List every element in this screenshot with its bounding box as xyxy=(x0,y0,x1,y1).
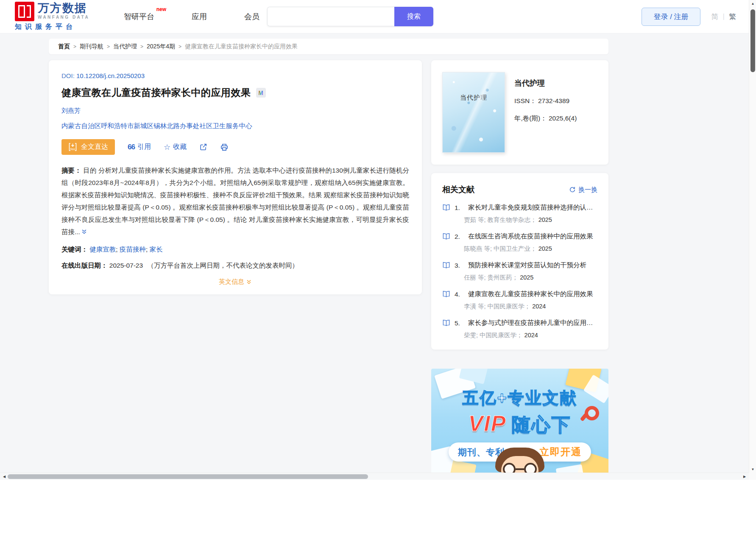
related-item-meta: 陈晓燕 等; 中国卫生产业； 2025 xyxy=(464,245,597,253)
related-item-title[interactable]: 预防接种家长课堂对疫苗认知的干预分析 xyxy=(468,261,586,270)
refresh-icon xyxy=(569,186,576,193)
star-icon: ☆ xyxy=(164,143,170,151)
related-item-authors: 陈晓燕 等; xyxy=(464,245,492,252)
lang-simplified[interactable]: 简 xyxy=(711,12,719,22)
login-register-button[interactable]: 登录 / 注册 xyxy=(642,8,700,26)
related-item-title[interactable]: 健康宣教在儿童疫苗接种家长中的应用效果 xyxy=(468,290,593,299)
main-nav: 智研平台 new 应用 会员 xyxy=(124,11,259,22)
article-actions: free 全文直达 66 引用 ☆ 收藏 xyxy=(61,139,409,155)
site-header: 万方数据 WANFANG DATA 知识服务平台 智研平台 new 应用 会员 … xyxy=(0,0,749,34)
related-item-meta: 李潢 等; 中国民康医学； 2024 xyxy=(464,302,597,311)
doi-row: DOI: 10.12208/j.cn.20250203 xyxy=(61,72,409,79)
related-item-number: 5. xyxy=(455,319,464,327)
journal-cover-image[interactable]: 当代护理 xyxy=(442,72,505,153)
keyword-link[interactable]: 疫苗接种 xyxy=(120,246,146,253)
nav-item-zhiyan[interactable]: 智研平台 new xyxy=(124,11,154,22)
breadcrumb-issue[interactable]: 2025年4期 xyxy=(147,43,175,50)
related-item-title[interactable]: 家长对儿童非免疫规划疫苗接种选择的认知... xyxy=(468,203,597,212)
favorite-button[interactable]: ☆ 收藏 xyxy=(164,143,187,151)
keyword-link[interactable]: 家长 xyxy=(150,246,163,253)
svg-text:free: free xyxy=(70,148,75,151)
banner-subline: 随心下 xyxy=(511,414,571,435)
scroll-down-arrow[interactable]: ▼ xyxy=(749,466,756,473)
author-link[interactable]: 刘燕芳 xyxy=(61,107,81,114)
related-item: 5. 家长参与式护理在疫苗接种儿童中的应用效果 柴雯; 中国民康医学； 2024 xyxy=(442,319,597,339)
lang-divider: | xyxy=(723,12,725,21)
issn-label: ISSN： xyxy=(514,97,536,104)
related-item-number: 3. xyxy=(455,262,464,269)
refresh-related-button[interactable]: 换一换 xyxy=(569,186,597,194)
wanfang-logo-icon xyxy=(15,2,34,21)
book-icon xyxy=(442,290,450,298)
print-button[interactable] xyxy=(220,143,229,151)
journal-issn-row: ISSN： 2732-4389 xyxy=(514,97,577,106)
book-icon xyxy=(442,319,450,327)
related-item-meta: 贾茹 等; 教育生物学杂志； 2025 xyxy=(464,216,597,224)
journal-name[interactable]: 当代护理 xyxy=(514,78,577,88)
lang-traditional[interactable]: 繁 xyxy=(729,12,736,22)
scroll-right-arrow[interactable]: ▶ xyxy=(741,473,748,480)
cite-button[interactable]: 66 引用 xyxy=(128,143,151,151)
breadcrumb-journal[interactable]: 当代护理 xyxy=(113,43,137,50)
related-item-number: 2. xyxy=(455,233,464,241)
related-item-source: 中国卫生产业； xyxy=(494,245,537,252)
nav-item-apps[interactable]: 应用 xyxy=(192,11,207,22)
nav-item-member[interactable]: 会员 xyxy=(244,11,259,22)
double-chevron-down-icon xyxy=(246,279,252,285)
related-item-meta: 柴雯; 中国民康医学； 2024 xyxy=(464,331,597,339)
breadcrumb-separator: > xyxy=(179,44,181,50)
keyword-link[interactable]: 健康宣教 xyxy=(89,246,116,253)
related-item-title[interactable]: 在线医生咨询系统在疫苗接种中的应用效果 xyxy=(468,232,593,241)
language-switch: 简 | 繁 xyxy=(711,12,736,22)
affiliation-link[interactable]: 内蒙古自治区呼和浩特市新城区锡林北路办事处社区卫生服务中心 xyxy=(61,122,409,131)
vip-promo-banner[interactable]: 五亿+专业文献 VIP随心下 期刊、专利、学位 立即开通 xyxy=(431,369,608,473)
vertical-scrollbar-thumb[interactable] xyxy=(750,9,755,72)
breadcrumb-home[interactable]: 首页 xyxy=(58,43,70,50)
abstract-text: 目的 分析对儿童疫苗接种家长实施健康宣教的作用。方法 选取本中心进行疫苗接种的1… xyxy=(61,167,409,235)
related-title: 相关文献 xyxy=(442,184,474,195)
scrollbar-corner xyxy=(749,473,756,480)
volume-label: 年,卷(期)： xyxy=(514,115,547,122)
related-item-authors: 李潢 等; xyxy=(464,303,486,310)
related-item-authors: 任丽 等; xyxy=(464,274,486,281)
scroll-left-arrow[interactable]: ◀ xyxy=(1,473,8,480)
book-icon xyxy=(442,261,450,269)
abstract-paragraph: 摘要： 目的 分析对儿童疫苗接种家长实施健康宣教的作用。方法 选取本中心进行疫苗… xyxy=(61,164,409,239)
brand-name-en: WANFANG DATA xyxy=(38,15,89,20)
issn-value: 2732-4389 xyxy=(538,97,569,104)
scroll-up-arrow[interactable]: ▲ xyxy=(749,0,756,7)
journal-volume-row: 年,卷(期)： 2025,6(4) xyxy=(514,114,577,123)
search-input[interactable] xyxy=(267,7,394,26)
volume-value: 2025,6(4) xyxy=(549,115,577,122)
breadcrumb-separator: > xyxy=(140,44,143,50)
breadcrumb-journal-nav[interactable]: 期刊导航 xyxy=(80,43,103,50)
horizontal-scrollbar[interactable]: ◀ ▶ xyxy=(0,473,749,480)
fulltext-button[interactable]: free 全文直达 xyxy=(61,139,115,155)
expand-abstract-button[interactable] xyxy=(81,227,87,239)
related-item-authors: 贾茹 等; xyxy=(464,216,486,223)
publish-date-row: 在线出版日期： 2025-07-23 （万方平台首次上网日期，不代表论文的发表时… xyxy=(61,261,409,270)
wanfang-logo[interactable]: 万方数据 WANFANG DATA 知识服务平台 xyxy=(15,2,106,31)
doi-link[interactable]: 10.12208/j.cn.20250203 xyxy=(76,72,145,79)
related-item: 2. 在线医生咨询系统在疫苗接种中的应用效果 陈晓燕 等; 中国卫生产业； 20… xyxy=(442,232,597,253)
vertical-scrollbar[interactable]: ▲ ▼ xyxy=(749,0,756,473)
english-info-toggle[interactable]: 英文信息 xyxy=(61,278,409,286)
publish-date-note: （万方平台首次上网日期，不代表论文的发表时间） xyxy=(147,262,298,269)
related-item-source: 贵州医药； xyxy=(488,274,519,281)
banner-vip-text: VIP xyxy=(469,411,507,436)
screenshot-bottom-whitespace xyxy=(0,480,756,543)
related-item-title[interactable]: 家长参与式护理在疫苗接种儿童中的应用效果 xyxy=(468,319,597,327)
brand-tagline: 知识服务平台 xyxy=(15,22,106,31)
related-item: 3. 预防接种家长课堂对疫苗认知的干预分析 任丽 等; 贵州医药； 2025 xyxy=(442,261,597,282)
quote-icon: 66 xyxy=(128,143,135,151)
abstract-label: 摘要： xyxy=(61,167,81,174)
horizontal-scrollbar-thumb[interactable] xyxy=(8,474,368,479)
new-badge: new xyxy=(156,6,166,12)
search-button[interactable]: 搜索 xyxy=(394,7,433,26)
related-item-year: 2025 xyxy=(538,216,552,223)
related-item-number: 1. xyxy=(455,204,464,212)
keywords-label: 关键词： xyxy=(61,246,88,253)
share-button[interactable] xyxy=(199,143,207,151)
brand-name: 万方数据 xyxy=(38,2,89,14)
paper-decoration xyxy=(556,464,586,473)
